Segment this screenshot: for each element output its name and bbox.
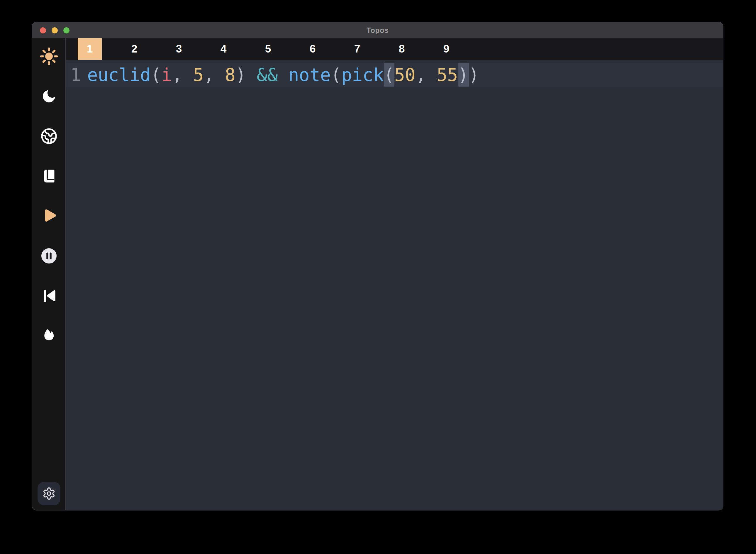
code-token-punct <box>278 64 288 85</box>
tab-bar: 123456789 <box>66 38 723 60</box>
close-button[interactable] <box>40 27 46 34</box>
tab-3[interactable]: 3 <box>156 38 201 60</box>
code-token-operator: && <box>257 64 278 85</box>
tab-label: 9 <box>434 38 458 60</box>
tab-label: 7 <box>345 38 369 60</box>
code-token-punct: ( <box>331 64 341 85</box>
code-token-punct-matched: ( <box>384 63 394 87</box>
code-editor[interactable]: 1 euclid(i, 5, 8) && note(pick(50, 55)) <box>66 60 723 510</box>
tab-8[interactable]: 8 <box>379 38 424 60</box>
line-number: 1 <box>66 63 81 87</box>
tab-label: 6 <box>301 38 325 60</box>
flame-icon <box>41 328 57 344</box>
sun-icon <box>40 47 58 65</box>
tab-9[interactable]: 9 <box>424 38 468 60</box>
pause-button[interactable] <box>39 246 59 265</box>
flame-button[interactable] <box>39 326 59 345</box>
active-code-line[interactable]: 1 euclid(i, 5, 8) && note(pick(50, 55)) <box>66 63 723 87</box>
main-area: 123456789 1 euclid(i, 5, 8) && note(pick… <box>66 38 723 510</box>
globe-button[interactable] <box>39 127 59 146</box>
code-token-punct-matched: ) <box>458 63 468 87</box>
tab-2[interactable]: 2 <box>112 38 156 60</box>
sidebar <box>32 38 66 510</box>
code-text: euclid(i, 5, 8) && note(pick(50, 55)) <box>87 63 479 87</box>
tab-1[interactable]: 1 <box>67 38 112 60</box>
tab-label: 1 <box>78 38 102 60</box>
moon-button[interactable] <box>39 87 59 106</box>
titlebar[interactable]: Topos <box>32 22 723 38</box>
code-token-function: note <box>289 64 331 85</box>
play-button[interactable] <box>39 207 59 225</box>
tab-7[interactable]: 7 <box>335 38 379 60</box>
skip-back-icon <box>41 288 57 304</box>
play-icon <box>40 207 58 225</box>
code-token-function: pick <box>341 64 384 85</box>
zoom-button[interactable] <box>63 27 69 34</box>
traffic-lights <box>40 22 69 38</box>
pause-icon <box>40 247 58 265</box>
tab-label: 8 <box>390 38 414 60</box>
tab-6[interactable]: 6 <box>290 38 335 60</box>
code-token-punct: , <box>204 64 225 85</box>
code-token-function: euclid <box>87 64 151 85</box>
tab-5[interactable]: 5 <box>246 38 290 60</box>
code-token-number: 8 <box>225 64 236 85</box>
book-button[interactable] <box>39 167 59 185</box>
desktop-background: Topos <box>0 0 756 554</box>
code-token-punct: , <box>172 64 193 85</box>
globe-icon <box>41 128 58 145</box>
code-token-number: 50 <box>394 64 416 85</box>
code-token-punct: ) <box>236 64 257 85</box>
tab-label: 5 <box>256 38 280 60</box>
tab-label: 3 <box>167 38 191 60</box>
settings-button[interactable] <box>38 482 60 505</box>
book-icon <box>41 168 57 184</box>
code-token-punct: ( <box>151 64 161 85</box>
minimize-button[interactable] <box>52 27 58 34</box>
app-window: Topos <box>32 22 723 510</box>
tab-4[interactable]: 4 <box>201 38 246 60</box>
code-token-punct: ) <box>468 64 479 85</box>
window-title: Topos <box>367 26 389 35</box>
moon-icon <box>41 88 57 105</box>
code-token-number: 55 <box>437 64 458 85</box>
code-token-number: 5 <box>193 64 203 85</box>
window-content: 123456789 1 euclid(i, 5, 8) && note(pick… <box>32 38 723 510</box>
sun-button[interactable] <box>39 47 59 66</box>
code-token-punct: , <box>416 64 437 85</box>
tab-label: 2 <box>122 38 146 60</box>
skip-back-button[interactable] <box>39 286 59 305</box>
tab-label: 4 <box>211 38 236 60</box>
gear-icon <box>42 487 56 500</box>
code-token-variable: i <box>161 64 172 85</box>
